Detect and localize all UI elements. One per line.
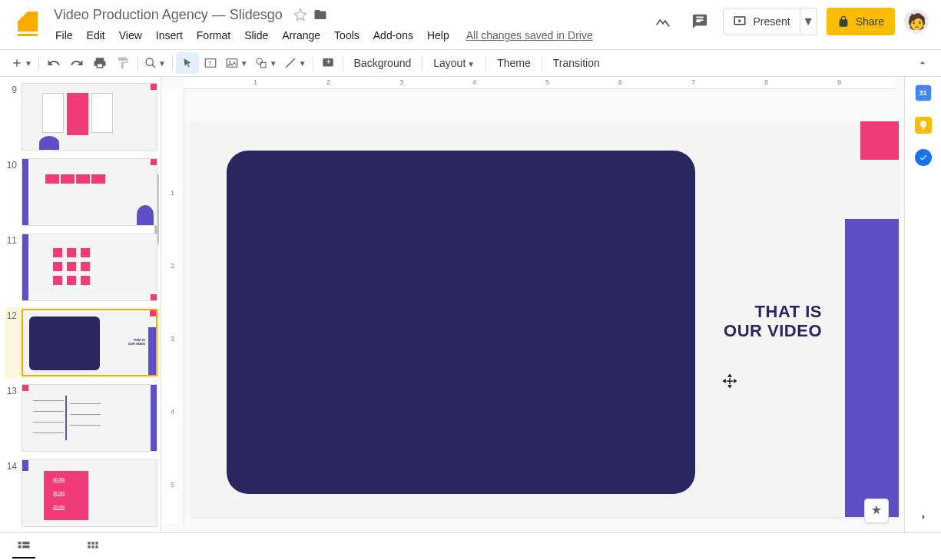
- menu-file[interactable]: File: [49, 26, 79, 45]
- menu-addons[interactable]: Add-ons: [367, 26, 419, 45]
- svg-text:T: T: [208, 60, 212, 67]
- header-main: Video Production Agency — Slidesgo File …: [49, 5, 649, 46]
- share-label: Share: [856, 15, 884, 28]
- keep-addon-icon[interactable]: [915, 117, 932, 134]
- slide-purple-accent[interactable]: [845, 219, 899, 517]
- present-button[interactable]: Present: [723, 8, 800, 35]
- svg-rect-17: [91, 542, 94, 544]
- side-panel: 31: [904, 77, 941, 532]
- menu-format[interactable]: Format: [191, 26, 237, 45]
- redo-button[interactable]: [65, 52, 88, 74]
- star-icon[interactable]: [293, 8, 307, 22]
- explore-button[interactable]: [864, 499, 889, 523]
- slide-canvas[interactable]: THAT IS OUR VIDEO: [192, 121, 899, 517]
- layout-button[interactable]: Layout▼: [426, 57, 482, 69]
- svg-point-6: [229, 61, 230, 62]
- filmstrip-panel[interactable]: 9 10: [0, 77, 161, 532]
- svg-line-9: [286, 58, 295, 68]
- header: Video Production Agency — Slidesgo File …: [0, 0, 941, 49]
- svg-rect-15: [22, 545, 29, 548]
- filmstrip-view-icon[interactable]: [12, 535, 35, 558]
- slide-thumb-13[interactable]: 13: [5, 383, 161, 453]
- side-panel-expand-icon[interactable]: [917, 511, 929, 523]
- print-button[interactable]: [88, 52, 111, 74]
- svg-point-1: [146, 58, 153, 65]
- slide-pink-accent[interactable]: [860, 121, 899, 160]
- svg-point-7: [257, 58, 263, 65]
- grid-view-icon[interactable]: [81, 535, 104, 558]
- header-right: Present ▼ Share 🧑: [649, 8, 933, 35]
- slide-thumb-10[interactable]: 10: [5, 157, 161, 227]
- image-tool[interactable]: ▼: [222, 52, 251, 74]
- svg-rect-14: [18, 545, 22, 548]
- svg-rect-13: [22, 542, 29, 544]
- menu-view[interactable]: View: [113, 26, 148, 45]
- slide-thumb-11[interactable]: 11: [5, 232, 161, 303]
- new-slide-button[interactable]: ▼: [8, 52, 35, 74]
- canvas-area[interactable]: 1 2 3 4 5 6 7 8 9 1 2 3 4 5 THAT IS OUR: [161, 77, 904, 532]
- svg-rect-12: [18, 542, 22, 544]
- ruler-vertical: 1 2 3 4 5: [161, 89, 184, 523]
- tasks-addon-icon[interactable]: [915, 149, 932, 166]
- menu-slide[interactable]: Slide: [238, 26, 274, 45]
- svg-text:+: +: [326, 57, 330, 66]
- slide-thumb-14[interactable]: 14 50,000 80,000 20,000: [5, 458, 161, 529]
- comments-icon[interactable]: [686, 8, 714, 35]
- slide-thumb-12[interactable]: 12 THAT ISOUR VIDEO: [5, 307, 161, 378]
- undo-button[interactable]: [42, 52, 65, 74]
- slides-logo[interactable]: [12, 9, 43, 40]
- toolbar: ▼ ▼ T ▼ ▼ ▼ + Background Layout▼ Theme T…: [0, 49, 941, 77]
- ruler-horizontal: 1 2 3 4 5 6 7 8 9: [184, 77, 895, 89]
- line-tool[interactable]: ▼: [280, 52, 310, 74]
- paint-format-button[interactable]: [111, 52, 134, 74]
- collapse-toolbar-icon[interactable]: [912, 57, 933, 69]
- svg-rect-19: [88, 545, 90, 548]
- menu-arrange[interactable]: Arrange: [276, 26, 326, 45]
- svg-rect-20: [91, 545, 94, 548]
- menu-insert[interactable]: Insert: [150, 26, 189, 45]
- textbox-tool[interactable]: T: [199, 52, 222, 74]
- theme-button[interactable]: Theme: [489, 57, 538, 69]
- workspace: 9 10: [0, 77, 941, 532]
- present-label: Present: [753, 15, 790, 28]
- move-cursor-icon: [722, 373, 737, 389]
- slide-title-text[interactable]: THAT IS OUR VIDEO: [724, 302, 822, 341]
- slide-thumb-9[interactable]: 9: [5, 81, 161, 152]
- doc-title[interactable]: Video Production Agency — Slidesgo: [49, 5, 287, 25]
- transition-button[interactable]: Transition: [545, 57, 608, 69]
- svg-rect-21: [95, 545, 98, 548]
- shape-tool[interactable]: ▼: [251, 52, 280, 74]
- menu-help[interactable]: Help: [421, 26, 456, 45]
- menu-tools[interactable]: Tools: [328, 26, 366, 45]
- svg-rect-16: [88, 542, 90, 544]
- menu-bar: File Edit View Insert Format Slide Arran…: [49, 25, 649, 46]
- bottom-bar: [0, 532, 941, 560]
- slide-video-placeholder[interactable]: [227, 151, 695, 494]
- menu-edit[interactable]: Edit: [81, 26, 111, 45]
- background-button[interactable]: Background: [346, 57, 419, 69]
- account-avatar[interactable]: 🧑: [904, 9, 929, 34]
- zoom-button[interactable]: ▼: [141, 52, 169, 74]
- svg-rect-18: [95, 542, 98, 544]
- share-button[interactable]: Share: [827, 8, 895, 35]
- calendar-addon-icon[interactable]: 31: [915, 84, 932, 101]
- save-status[interactable]: All changes saved in Drive: [466, 29, 593, 41]
- select-tool[interactable]: [176, 52, 199, 74]
- present-dropdown[interactable]: ▼: [800, 8, 817, 35]
- svg-line-2: [152, 65, 155, 68]
- move-folder-icon[interactable]: [313, 8, 327, 22]
- activity-icon[interactable]: [649, 8, 677, 35]
- comment-tool[interactable]: +: [316, 52, 340, 74]
